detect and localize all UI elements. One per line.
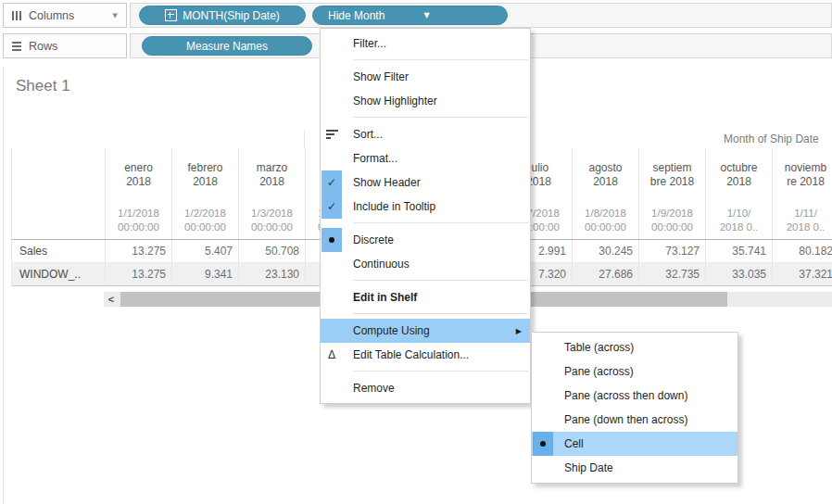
rows-shelf[interactable]: Rows — [3, 33, 127, 58]
menu-icon-gutter — [321, 319, 342, 343]
column-field-label[interactable]: Month of Ship Date — [724, 132, 819, 145]
value-cell[interactable]: 5.407 — [171, 240, 238, 262]
menu-separator — [353, 222, 528, 223]
menu-item-compute-using[interactable]: Compute Using▶ — [321, 319, 530, 343]
pill-month-ship-date[interactable]: MONTH(Ship Date) — [139, 6, 306, 25]
menu-item-label: Sort... — [353, 128, 383, 141]
menu-item-label: Cell — [564, 437, 584, 450]
value-cell[interactable]: 27.686 — [572, 263, 638, 285]
value-cell[interactable]: 35.741 — [705, 240, 772, 262]
date-header-1-9-2018-00-00-00[interactable]: 1/9/201800:00:00 — [638, 202, 705, 239]
radio-dot — [329, 237, 334, 243]
pill-dropdown-icon[interactable]: ▼ — [423, 11, 429, 19]
menu-item-label: Include in Tooltip — [353, 200, 435, 213]
value-cell[interactable]: 80.182 — [772, 240, 832, 262]
month-header-line: 2018 — [193, 175, 218, 189]
rows-shelf-label: Rows — [29, 40, 57, 53]
menu-item-format[interactable]: Format... — [321, 146, 530, 170]
menu-separator — [353, 313, 528, 314]
date-header-line: 1/3/2018 — [251, 207, 293, 220]
menu-item-label: Pane (down then across) — [564, 413, 687, 426]
value-cell[interactable]: 33.035 — [705, 263, 772, 285]
columns-shelf[interactable]: Columns ▼ — [3, 3, 127, 28]
menu-item-ship-date[interactable]: Ship Date — [532, 456, 737, 480]
menu-item-table-across[interactable]: Table (across) — [532, 335, 737, 359]
month-header-line: enero — [124, 161, 153, 175]
value-cell[interactable]: 9.341 — [171, 263, 238, 285]
column-header-septiem-bre-2018[interactable]: septiembre 2018 — [638, 148, 705, 202]
menu-item-show-highlighter[interactable]: Show Highlighter — [321, 89, 530, 113]
value-cell[interactable]: 23.130 — [238, 263, 305, 285]
menu-item-label: Discrete — [353, 233, 394, 246]
date-header-1-10-2018-0[interactable]: 1/10/2018 0.. — [705, 202, 772, 239]
value-cell[interactable]: 50.708 — [238, 240, 305, 262]
menu-item-remove[interactable]: Remove — [321, 376, 530, 400]
radio-dot — [540, 441, 546, 447]
menu-item-pane-across-then-down[interactable]: Pane (across then down) — [532, 384, 737, 408]
menu-icon-gutter — [321, 89, 342, 113]
check-icon: ✓ — [321, 170, 342, 195]
date-header-1-1-2018-00-00-00[interactable]: 1/1/201800:00:00 — [105, 202, 171, 239]
columns-shelf-caret-icon[interactable]: ▼ — [113, 12, 118, 19]
menu-item-label: Show Header — [353, 176, 421, 189]
month-header-line: octubre — [720, 161, 757, 175]
value-cell[interactable]: 37.321 — [772, 263, 832, 285]
menu-item-label: Format... — [353, 152, 397, 165]
value-cell[interactable]: 30.245 — [572, 240, 638, 262]
column-header-febrero-2018[interactable]: febrero2018 — [171, 148, 238, 202]
row-label-sales[interactable]: Sales — [12, 240, 105, 262]
date-header-1-3-2018-00-00-00[interactable]: 1/3/201800:00:00 — [238, 202, 305, 239]
value-cell[interactable]: 73.127 — [638, 240, 705, 262]
date-header-line: 1/8/2018 — [585, 207, 626, 220]
menu-item-show-header[interactable]: ✓Show Header — [321, 170, 530, 195]
field-context-menu: Filter...Show FilterShow HighlighterSort… — [320, 28, 531, 404]
menu-item-label: Remove — [353, 382, 395, 395]
menu-item-pane-down-then-across[interactable]: Pane (down then across) — [532, 408, 737, 432]
menu-icon-gutter — [533, 456, 553, 480]
row-label-window[interactable]: WINDOW_.. — [12, 263, 105, 285]
menu-item-discrete[interactable]: Discrete — [321, 228, 530, 252]
menu-item-cell[interactable]: Cell — [532, 432, 737, 456]
date-header-line: 1/11/ — [794, 207, 817, 220]
pill-hide-month[interactable]: Hide Month ▼ — [312, 6, 508, 25]
menu-item-filter[interactable]: Filter... — [321, 32, 530, 56]
date-header-line: 00:00:00 — [651, 220, 693, 234]
pill-measure-names-label: Measure Names — [186, 40, 268, 53]
column-header-agosto-2018[interactable]: agosto2018 — [572, 148, 638, 202]
pill-hide-month-label: Hide Month — [328, 9, 384, 22]
menu-item-edit-in-shelf[interactable]: Edit in Shelf — [321, 285, 530, 309]
value-cell[interactable]: 13.275 — [105, 240, 171, 262]
date-header-1-11-2018-0[interactable]: 1/11/2018 0.. — [772, 202, 832, 239]
date-header-line: 1/2/2018 — [184, 207, 226, 220]
menu-icon-gutter — [321, 65, 342, 89]
value-cell[interactable]: 13.275 — [105, 263, 171, 285]
column-header-noviemb-re-2018[interactable]: noviembre 2018 — [772, 148, 832, 202]
menu-item-show-filter[interactable]: Show Filter — [321, 65, 530, 89]
menu-item-include-in-tooltip[interactable]: ✓Include in Tooltip — [321, 195, 530, 219]
menu-item-label: Edit Table Calculation... — [353, 348, 469, 361]
menu-item-continuous[interactable]: Continuous — [321, 252, 530, 276]
date-header-line: 00:00:00 — [184, 220, 226, 234]
column-header-enero-2018[interactable]: enero2018 — [105, 148, 171, 202]
scroll-left-icon[interactable]: < — [104, 292, 119, 307]
date-header-1-8-2018-00-00-00[interactable]: 1/8/201800:00:00 — [572, 202, 638, 239]
menu-item-edit-table-calculation[interactable]: ΔEdit Table Calculation... — [321, 343, 530, 367]
menu-icon-gutter — [321, 146, 342, 170]
compute-using-submenu: Table (across)Pane (across)Pane (across … — [531, 332, 738, 484]
expand-icon[interactable] — [165, 9, 177, 21]
menu-separator — [353, 117, 528, 118]
date-header-1-2-2018-00-00-00[interactable]: 1/2/201800:00:00 — [171, 202, 238, 239]
month-header-line: 2018 — [593, 175, 618, 189]
column-header-marzo-2018[interactable]: marzo2018 — [238, 148, 305, 202]
pill-month-ship-date-label: MONTH(Ship Date) — [183, 9, 280, 22]
month-header-line: re 2018 — [787, 175, 825, 189]
sheet-title: Sheet 1 — [16, 77, 70, 95]
menu-item-pane-across[interactable]: Pane (across) — [532, 359, 737, 384]
radio-icon — [533, 432, 553, 456]
pill-measure-names[interactable]: Measure Names — [142, 36, 312, 56]
submenu-arrow-icon: ▶ — [516, 327, 522, 335]
menu-item-label: Ship Date — [564, 461, 613, 474]
value-cell[interactable]: 32.735 — [638, 263, 705, 285]
column-header-octubre-2018[interactable]: octubre2018 — [705, 148, 772, 202]
menu-item-sort[interactable]: Sort... — [321, 122, 530, 146]
